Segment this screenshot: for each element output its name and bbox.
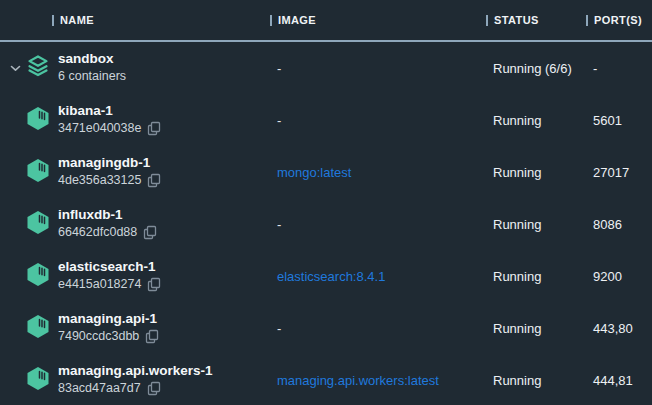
table-row[interactable]: managingdb-1 4de356a33125 mongo:latest R… xyxy=(0,146,652,198)
status-value: Running xyxy=(486,269,586,284)
container-cube-icon xyxy=(25,105,51,135)
container-cube-icon xyxy=(25,313,51,343)
container-name: managingdb-1 xyxy=(58,156,270,171)
column-divider xyxy=(270,15,272,26)
container-name: managing.api.workers-1 xyxy=(58,364,270,379)
row-name-cell: influxdb-1 66462dfc0d88 xyxy=(52,208,270,241)
ports-value: - xyxy=(586,61,652,76)
container-name: sandbox xyxy=(58,52,270,67)
row-image-cell: - xyxy=(270,321,486,336)
container-id: e4415a018274 xyxy=(58,278,141,292)
status-value: Running xyxy=(486,165,586,180)
status-value: Running xyxy=(486,217,586,232)
column-header-label: PORT(S) xyxy=(594,14,642,26)
column-header-label: NAME xyxy=(60,14,94,26)
row-icon-cell xyxy=(0,261,52,291)
row-name-cell: managing.api.workers-1 83acd47aa7d7 xyxy=(52,364,270,397)
table-row[interactable]: managing.api-1 7490ccdc3dbb - Running 44… xyxy=(0,302,652,354)
table-body: sandbox 6 containers - Running (6/6) - xyxy=(0,42,652,405)
table-header: NAME IMAGE STATUS PORT(S) xyxy=(0,0,652,42)
column-divider xyxy=(52,15,54,26)
container-cube-icon xyxy=(25,365,51,395)
container-cube-icon xyxy=(25,157,51,187)
row-name-cell: elasticsearch-1 e4415a018274 xyxy=(52,260,270,293)
row-image-cell: - xyxy=(270,113,486,128)
table-row[interactable]: managing.api.workers-1 83acd47aa7d7 mana… xyxy=(0,354,652,405)
container-name: elasticsearch-1 xyxy=(58,260,270,275)
row-name-cell: managing.api-1 7490ccdc3dbb xyxy=(52,312,270,345)
container-name: influxdb-1 xyxy=(58,208,270,223)
copy-icon[interactable] xyxy=(147,121,161,136)
ports-value: 443,80 xyxy=(586,321,652,336)
container-cube-icon xyxy=(25,209,51,239)
row-name-cell: sandbox 6 containers xyxy=(52,52,270,84)
image-value: - xyxy=(277,61,281,76)
container-subline: 3471e040038e xyxy=(58,121,270,136)
image-link[interactable]: managing.api.workers:latest xyxy=(277,373,439,388)
row-icon-cell xyxy=(0,313,52,343)
copy-icon[interactable] xyxy=(147,173,161,188)
row-name-cell: kibana-1 3471e040038e xyxy=(52,104,270,137)
column-header-status: STATUS xyxy=(486,14,586,26)
copy-icon[interactable] xyxy=(145,329,159,344)
compose-stack-icon xyxy=(25,53,51,83)
copy-icon[interactable] xyxy=(147,277,161,292)
status-value: Running xyxy=(486,321,586,336)
container-id: 83acd47aa7d7 xyxy=(58,382,141,396)
group-subtitle: 6 containers xyxy=(58,70,126,84)
column-divider xyxy=(486,15,488,26)
column-header-label: IMAGE xyxy=(278,14,316,26)
container-subline: 66462dfc0d88 xyxy=(58,225,270,240)
row-icon-cell xyxy=(0,53,52,83)
image-value: - xyxy=(277,321,281,336)
container-cube-icon xyxy=(25,261,51,291)
container-id: 3471e040038e xyxy=(58,122,141,136)
ports-value: 27017 xyxy=(586,165,652,180)
ports-value: 5601 xyxy=(586,113,652,128)
column-header-ports: PORT(S) xyxy=(586,14,652,26)
image-value: - xyxy=(277,217,281,232)
container-id: 7490ccdc3dbb xyxy=(58,330,139,344)
image-link[interactable]: elasticsearch:8.4.1 xyxy=(277,269,385,284)
column-header-name: NAME xyxy=(52,14,270,26)
table-row[interactable]: sandbox 6 containers - Running (6/6) - xyxy=(0,42,652,94)
chevron-down-icon[interactable] xyxy=(10,65,21,72)
column-header-label: STATUS xyxy=(494,14,539,26)
table-row[interactable]: influxdb-1 66462dfc0d88 - Running 8086 xyxy=(0,198,652,250)
row-icon-cell xyxy=(0,157,52,187)
row-icon-cell xyxy=(0,209,52,239)
table-row[interactable]: elasticsearch-1 e4415a018274 elasticsear… xyxy=(0,250,652,302)
row-name-cell: managingdb-1 4de356a33125 xyxy=(52,156,270,189)
container-subline: e4415a018274 xyxy=(58,277,270,292)
containers-table: NAME IMAGE STATUS PORT(S) xyxy=(0,0,652,405)
status-value: Running xyxy=(486,373,586,388)
container-subline: 7490ccdc3dbb xyxy=(58,329,270,344)
container-id: 4de356a33125 xyxy=(58,174,141,188)
row-icon-cell xyxy=(0,105,52,135)
row-image-cell: mongo:latest xyxy=(270,165,486,180)
status-value: Running (6/6) xyxy=(486,61,586,76)
container-subline: 6 containers xyxy=(58,70,270,84)
container-subline: 83acd47aa7d7 xyxy=(58,381,270,396)
copy-icon[interactable] xyxy=(143,225,157,240)
row-image-cell: elasticsearch:8.4.1 xyxy=(270,269,486,284)
ports-value: 9200 xyxy=(586,269,652,284)
row-image-cell: - xyxy=(270,217,486,232)
table-row[interactable]: kibana-1 3471e040038e - Running 5601 xyxy=(0,94,652,146)
container-name: kibana-1 xyxy=(58,104,270,119)
container-subline: 4de356a33125 xyxy=(58,173,270,188)
container-id: 66462dfc0d88 xyxy=(58,226,137,240)
row-image-cell: managing.api.workers:latest xyxy=(270,373,486,388)
copy-icon[interactable] xyxy=(147,381,161,396)
ports-value: 8086 xyxy=(586,217,652,232)
image-value: - xyxy=(277,113,281,128)
ports-value: 444,81 xyxy=(586,373,652,388)
image-link[interactable]: mongo:latest xyxy=(277,165,351,180)
column-divider xyxy=(586,15,588,26)
status-value: Running xyxy=(486,113,586,128)
container-name: managing.api-1 xyxy=(58,312,270,327)
column-header-image: IMAGE xyxy=(270,14,486,26)
row-image-cell: - xyxy=(270,61,486,76)
row-icon-cell xyxy=(0,365,52,395)
